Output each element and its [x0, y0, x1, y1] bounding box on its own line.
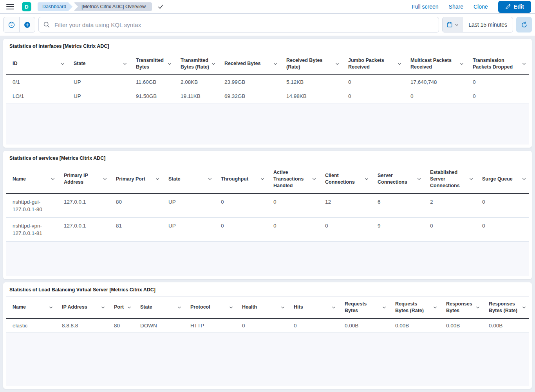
column-menu-chevron-icon[interactable]: [280, 305, 285, 310]
breadcrumb-dashboard[interactable]: Dashboard: [38, 2, 72, 11]
column-header-server-connections[interactable]: Server Connections: [371, 165, 424, 193]
column-menu-chevron-icon[interactable]: [397, 61, 402, 66]
cell-throughput: 0: [215, 217, 267, 241]
cell-multicast-packets-received: 0: [404, 89, 466, 103]
column-header-responses-bytes[interactable]: Responses Bytes: [440, 297, 483, 318]
panel-title[interactable]: Statistics of Load Balancing Virtual Ser…: [6, 285, 529, 296]
column-menu-chevron-icon[interactable]: [229, 305, 233, 310]
column-header-received-bytes[interactable]: Received Bytes: [218, 53, 280, 75]
column-menu-chevron-icon[interactable]: [49, 305, 53, 310]
column-header-health[interactable]: Health: [236, 297, 287, 318]
column-header-name[interactable]: Name: [6, 297, 56, 318]
cell-state: UP: [67, 75, 130, 89]
column-header-state[interactable]: State: [67, 53, 130, 75]
column-menu-chevron-icon[interactable]: [60, 61, 65, 66]
column-menu-chevron-icon[interactable]: [101, 305, 105, 310]
panel-title[interactable]: Statistics of interfaces [Metrics Citrix…: [6, 42, 529, 53]
column-header-established-server-connections[interactable]: Established Server Connections: [424, 165, 476, 193]
column-menu-chevron-icon[interactable]: [433, 305, 437, 310]
column-menu-chevron-icon[interactable]: [364, 177, 369, 181]
column-menu-chevron-icon[interactable]: [103, 177, 107, 181]
column-menu-chevron-icon[interactable]: [522, 305, 526, 310]
panel-statistics-of-lb-virtual-server: Statistics of Load Balancing Virtual Ser…: [3, 282, 532, 389]
column-header-surge-queue[interactable]: Surge Queue: [476, 165, 529, 193]
cell-server-connections: 9: [371, 217, 424, 241]
time-range-value[interactable]: Last 15 minutes: [463, 17, 513, 32]
calendar-icon: [446, 22, 453, 28]
column-menu-chevron-icon[interactable]: [522, 61, 526, 66]
column-header-transmitted-bytes-rate[interactable]: Transmitted Bytes (Rate): [174, 53, 218, 75]
cell-state: UP: [67, 89, 130, 103]
cell-primary-port: 81: [110, 217, 162, 241]
column-menu-chevron-icon[interactable]: [127, 305, 132, 310]
refresh-button[interactable]: [516, 17, 532, 33]
breadcrumb-current-dashboard: [Metrics Citrix ADC] Overview: [74, 2, 152, 11]
column-header-protocol[interactable]: Protocol: [184, 297, 236, 318]
cell-transmitted-bytes-rate: 2.08KB: [174, 75, 218, 89]
column-header-ip-address[interactable]: IP Address: [56, 297, 108, 318]
share-button[interactable]: Share: [449, 4, 463, 10]
refresh-icon: [521, 22, 528, 28]
table-header-row: IDStateTransmitted BytesTransmitted Byte…: [6, 53, 529, 75]
column-menu-chevron-icon[interactable]: [51, 177, 55, 181]
space-avatar[interactable]: D: [22, 2, 31, 11]
clone-button[interactable]: Clone: [474, 4, 488, 10]
column-header-multicast-packets-received[interactable]: Multicast Packets Received: [404, 53, 466, 75]
column-header-throughput[interactable]: Throughput: [215, 165, 267, 193]
column-header-primary-port[interactable]: Primary Port: [110, 165, 162, 193]
column-header-active-transactions-handled[interactable]: Active Transactions Handled: [267, 165, 319, 193]
saved-query-filter-icon[interactable]: [4, 17, 19, 32]
filter-controls-group: [3, 17, 35, 33]
column-menu-chevron-icon[interactable]: [459, 61, 464, 66]
column-header-transmission-packets-dropped[interactable]: Transmission Packets Dropped: [466, 53, 529, 75]
cell-multicast-packets-received: 17,640,748: [404, 75, 466, 89]
column-header-label: Received Bytes (Rate): [286, 57, 333, 70]
column-menu-chevron-icon[interactable]: [177, 305, 182, 310]
column-header-responses-bytes-rate[interactable]: Responses Bytes (Rate): [483, 297, 529, 318]
edit-button[interactable]: Edit: [498, 1, 531, 13]
column-menu-chevron-icon[interactable]: [211, 61, 216, 66]
column-menu-chevron-icon[interactable]: [417, 177, 421, 181]
add-filter-icon[interactable]: [19, 17, 35, 32]
column-header-transmitted-bytes[interactable]: Transmitted Bytes: [130, 53, 174, 75]
cell-received-bytes-rate: 5.12KB: [280, 75, 342, 89]
kql-search-input[interactable]: [38, 17, 439, 33]
column-menu-chevron-icon[interactable]: [522, 177, 526, 181]
panel-title[interactable]: Statistics of services [Metrics Citrix A…: [6, 154, 529, 165]
column-header-jumbo-packets-received[interactable]: Jumbo Packets Received: [342, 53, 404, 75]
column-header-requests-bytes-rate[interactable]: Requests Bytes (Rate): [389, 297, 440, 318]
column-header-primary-ip-address[interactable]: Primary IP Address: [58, 165, 110, 193]
column-header-label: State: [168, 176, 206, 182]
column-menu-chevron-icon[interactable]: [335, 61, 340, 66]
breadcrumb: Dashboard [Metrics Citrix ADC] Overview: [38, 2, 152, 11]
panel-statistics-of-services: Statistics of services [Metrics Citrix A…: [3, 151, 532, 279]
column-header-name[interactable]: Name: [6, 165, 58, 193]
column-header-state[interactable]: State: [162, 165, 215, 193]
column-menu-chevron-icon[interactable]: [469, 177, 474, 181]
column-menu-chevron-icon[interactable]: [155, 177, 160, 181]
column-menu-chevron-icon[interactable]: [382, 305, 387, 310]
column-menu-chevron-icon[interactable]: [208, 177, 212, 181]
column-menu-chevron-icon[interactable]: [273, 61, 278, 66]
column-header-port[interactable]: Port: [108, 297, 134, 318]
cell-client-connections: 0: [319, 217, 371, 241]
full-screen-button[interactable]: Full screen: [412, 4, 438, 10]
column-header-requests-bytes[interactable]: Requests Bytes: [338, 297, 389, 318]
column-header-state[interactable]: State: [134, 297, 184, 318]
column-menu-chevron-icon[interactable]: [123, 61, 127, 66]
column-menu-chevron-icon[interactable]: [167, 61, 172, 66]
column-menu-chevron-icon[interactable]: [260, 177, 265, 181]
column-menu-chevron-icon[interactable]: [312, 177, 316, 181]
column-menu-chevron-icon[interactable]: [331, 305, 336, 310]
calendar-quick-select[interactable]: [443, 17, 463, 32]
column-header-client-connections[interactable]: Client Connections: [319, 165, 371, 193]
column-header-received-bytes-rate[interactable]: Received Bytes (Rate): [280, 53, 342, 75]
column-header-hits[interactable]: Hits: [287, 297, 338, 318]
column-header-id[interactable]: ID: [6, 53, 67, 75]
column-menu-chevron-icon[interactable]: [475, 305, 480, 310]
menu-icon[interactable]: [6, 4, 14, 9]
search-icon: [43, 21, 50, 28]
kql-search-container: [38, 17, 439, 33]
panel-statistics-of-interfaces: Statistics of interfaces [Metrics Citrix…: [3, 39, 532, 148]
data-grid: NamePrimary IP AddressPrimary PortStateT…: [6, 165, 529, 276]
